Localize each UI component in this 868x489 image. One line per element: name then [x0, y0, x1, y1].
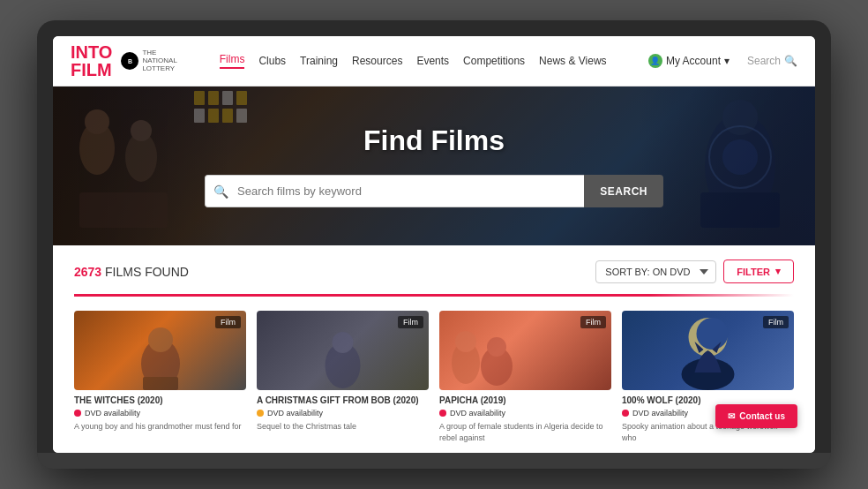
search-icon: 🔍	[213, 184, 228, 199]
into-film-logo: INTO FILM	[71, 43, 112, 79]
availability-dot	[439, 410, 446, 417]
results-controls: SORT BY: ON DVD FILTER ▾	[595, 260, 794, 283]
nav-link-clubs[interactable]: Clubs	[258, 55, 286, 67]
svg-point-22	[332, 332, 353, 353]
list-item[interactable]: Film THE WITCHES (2020) DVD availability…	[74, 311, 246, 443]
search-button[interactable]: SEARCH	[584, 175, 663, 207]
results-area: 2673 FILMS FOUND SORT BY: ON DVD FILTER …	[53, 245, 815, 452]
sort-select[interactable]: SORT BY: ON DVD	[595, 260, 716, 283]
film-title: A CHRISTMAS GIFT FROM BOB (2020)	[257, 395, 429, 405]
results-count: 2673 FILMS FOUND	[74, 265, 189, 279]
list-item[interactable]: Film PAPICHA (2019) DVD availability	[439, 311, 611, 443]
contact-us-wrapper: ✉ Contact us	[715, 404, 797, 428]
film-thumbnail: Film	[74, 311, 246, 390]
results-divider	[74, 294, 794, 297]
nav-links: Films Clubs Training Resources Events Co…	[195, 53, 631, 69]
film-description: Sequel to the Christmas tale	[257, 421, 429, 433]
film-availability: DVD availability	[74, 409, 246, 418]
navigation: INTO FILM B THE NATIONAL LOTTERY Films C…	[53, 36, 815, 87]
film-type-badge: Film	[580, 316, 606, 328]
envelope-icon: ✉	[728, 411, 735, 421]
chevron-down-icon: ▾	[724, 55, 730, 67]
laptop-base	[37, 453, 831, 469]
film-thumbnail: Film	[622, 311, 794, 390]
film-type-badge: Film	[398, 316, 423, 328]
nav-link-resources[interactable]: Resources	[352, 55, 402, 67]
svg-rect-20	[143, 377, 178, 390]
film-availability: DVD availability	[439, 409, 611, 418]
nav-search[interactable]: Search 🔍	[747, 55, 797, 67]
film-thumbnail: Film	[257, 311, 429, 390]
film-grid: Film THE WITCHES (2020) DVD availability…	[74, 311, 794, 452]
hero-search-form: 🔍 SEARCH	[205, 175, 663, 207]
nav-link-training[interactable]: Training	[300, 55, 338, 67]
film-type-badge: Film	[215, 316, 241, 328]
bfi-icon: B	[121, 52, 138, 70]
svg-point-19	[148, 327, 173, 352]
availability-dot	[74, 410, 81, 417]
chevron-down-icon: ▾	[775, 266, 781, 277]
filter-button[interactable]: FILTER ▾	[723, 260, 794, 283]
svg-point-24	[455, 331, 476, 352]
film-thumbnail: Film	[439, 311, 611, 390]
film-availability: DVD availability	[257, 409, 429, 418]
search-icon[interactable]: 🔍	[784, 55, 797, 67]
hero-section: Find Films 🔍 SEARCH	[53, 87, 815, 245]
film-description: A young boy and his grandmother must fen…	[74, 421, 246, 433]
results-header: 2673 FILMS FOUND SORT BY: ON DVD FILTER …	[74, 260, 794, 283]
nav-link-competitions[interactable]: Competitions	[463, 55, 525, 67]
availability-dot	[257, 410, 264, 417]
site-logo[interactable]: INTO FILM B THE NATIONAL LOTTERY	[71, 43, 177, 79]
film-description: A group of female students in Algeria de…	[439, 421, 611, 443]
film-title: PAPICHA (2019)	[439, 395, 611, 405]
svg-point-26	[487, 337, 506, 357]
nav-link-films[interactable]: Films	[220, 53, 245, 69]
hero-title: Find Films	[363, 124, 505, 157]
browser-window: INTO FILM B THE NATIONAL LOTTERY Films C…	[53, 36, 815, 452]
hero-overlay	[53, 87, 815, 245]
svg-point-28	[697, 318, 729, 350]
nav-link-news[interactable]: News & Views	[539, 55, 606, 67]
lottery-label: THE NATIONAL LOTTERY	[142, 49, 177, 72]
contact-us-button[interactable]: ✉ Contact us	[715, 404, 797, 428]
availability-dot	[622, 410, 629, 417]
list-item[interactable]: Film A CHRISTMAS GIFT FROM BOB (2020) DV…	[257, 311, 429, 443]
film-search-input[interactable]	[205, 175, 584, 207]
account-icon: 👤	[648, 54, 662, 68]
film-title: THE WITCHES (2020)	[74, 395, 246, 405]
nav-link-events[interactable]: Events	[416, 55, 449, 67]
my-account-button[interactable]: 👤 My Account ▾	[648, 54, 730, 68]
bfi-logo: B THE NATIONAL LOTTERY	[121, 49, 177, 72]
